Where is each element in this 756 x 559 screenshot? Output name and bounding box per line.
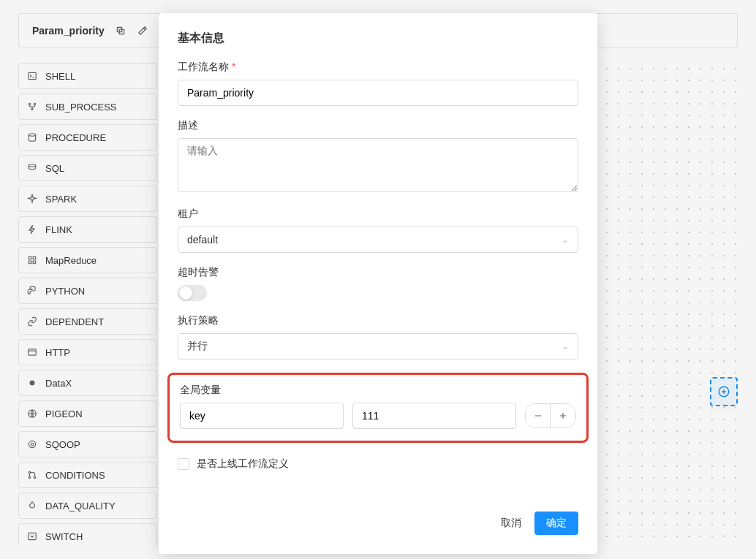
global-key-input[interactable] xyxy=(180,403,344,429)
modal-footer: 取消 确定 xyxy=(178,512,578,535)
tenant-value: default xyxy=(187,234,218,246)
modal-title: 基本信息 xyxy=(178,31,578,46)
policy-select[interactable]: 并行 ⌄ xyxy=(178,333,578,360)
switch-handle xyxy=(179,286,192,300)
tenant-group: 租户 default ⌄ xyxy=(178,208,578,253)
policy-group: 执行策略 并行 ⌄ xyxy=(178,314,578,360)
description-group: 描述 xyxy=(178,119,578,194)
workflow-name-group: 工作流名称 xyxy=(178,61,578,106)
chevron-down-icon: ⌄ xyxy=(562,235,569,245)
global-value-input[interactable] xyxy=(352,403,516,429)
online-checkbox[interactable] xyxy=(178,458,189,470)
global-row-controls xyxy=(525,403,576,428)
cancel-button[interactable]: 取消 xyxy=(501,517,521,530)
description-input[interactable] xyxy=(178,138,578,192)
timeout-switch[interactable] xyxy=(178,285,207,301)
policy-value: 并行 xyxy=(187,340,208,353)
tenant-label: 租户 xyxy=(178,208,578,221)
online-row: 是否上线工作流定义 xyxy=(178,457,578,471)
timeout-label: 超时告警 xyxy=(178,266,578,279)
description-label: 描述 xyxy=(178,119,578,132)
online-label: 是否上线工作流定义 xyxy=(197,457,289,471)
basic-info-modal: 基本信息 工作流名称 描述 租户 default ⌄ 超时告警 执行策略 并 xyxy=(159,13,597,554)
modal-overlay: 基本信息 工作流名称 描述 租户 default ⌄ 超时告警 执行策略 并 xyxy=(0,0,756,559)
globals-row xyxy=(180,403,576,429)
globals-label: 全局变量 xyxy=(180,384,576,397)
timeout-group: 超时告警 xyxy=(178,266,578,301)
globals-highlight: 全局变量 xyxy=(167,373,589,443)
remove-global-button[interactable] xyxy=(526,404,551,427)
add-global-button[interactable] xyxy=(551,404,575,427)
chevron-down-icon: ⌄ xyxy=(562,341,569,351)
confirm-button[interactable]: 确定 xyxy=(534,512,578,535)
workflow-name-label: 工作流名称 xyxy=(178,61,578,74)
workflow-name-input[interactable] xyxy=(178,80,578,106)
tenant-select[interactable]: default ⌄ xyxy=(178,227,578,253)
policy-label: 执行策略 xyxy=(178,314,578,327)
